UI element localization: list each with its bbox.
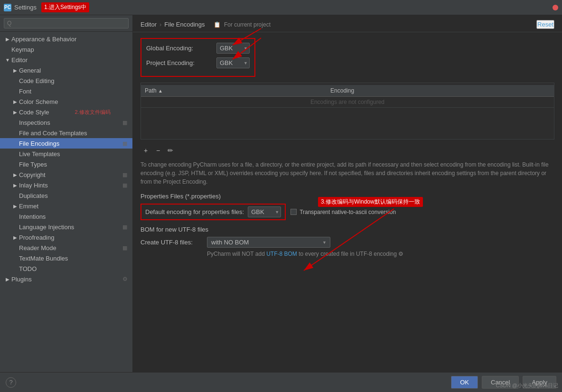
sidebar-item-code-style[interactable]: ▶ Code Style 2.修改文件编码 — [0, 107, 132, 117]
sidebar-item-duplicates[interactable]: Duplicates — [0, 190, 132, 201]
spacer-icon — [11, 87, 19, 95]
spacer-icon — [11, 244, 19, 252]
sidebar-item-live-templates[interactable]: Live Templates — [0, 149, 132, 159]
sidebar-item-intentions[interactable]: Intentions — [0, 211, 132, 222]
app-icon: PC — [4, 4, 11, 11]
sidebar-tree: ▶ Appearance & Behavior Keymap ▼ Editor … — [0, 32, 132, 372]
properties-row: Default encoding for properties files: G… — [140, 204, 554, 220]
transparent-checkbox[interactable] — [290, 209, 297, 215]
table-toolbar: + − ✏ — [140, 143, 554, 158]
sidebar-item-file-code-templates[interactable]: File and Code Templates — [0, 128, 132, 138]
chevron-right-icon: ▶ — [11, 171, 19, 178]
close-button[interactable] — [553, 5, 558, 10]
sidebar-item-color-scheme[interactable]: ▶ Color Scheme — [0, 96, 132, 107]
for-project-label: 📋 For current project — [214, 21, 271, 28]
spacer-icon — [11, 192, 19, 199]
default-encoding-select-wrapper: GBK ▼ — [248, 206, 281, 217]
sidebar-item-proofreading[interactable]: ▶ Proofreading — [0, 232, 132, 243]
chevron-right-icon: ▶ — [11, 98, 19, 105]
sidebar-item-file-types[interactable]: File Types — [0, 159, 132, 169]
main-content: ▶ Appearance & Behavior Keymap ▼ Editor … — [0, 15, 562, 372]
sidebar-item-file-encodings[interactable]: File Encodings ▦ — [0, 138, 132, 149]
window-title: Settings — [14, 4, 37, 11]
sidebar-item-font[interactable]: Font — [0, 86, 132, 96]
window-controls — [553, 5, 558, 10]
sidebar-item-language-injections[interactable]: Language Injections ▦ — [0, 222, 132, 232]
panel-header: Editor › File Encodings 📋 For current pr… — [133, 15, 562, 32]
project-encoding-select-wrapper: GBK ▼ — [216, 57, 250, 68]
default-encoding-select[interactable]: GBK — [248, 206, 281, 217]
sidebar-item-code-editing[interactable]: Code Editing — [0, 75, 132, 86]
create-utf8-label: Create UTF-8 files: — [140, 239, 202, 246]
sidebar-item-inspections[interactable]: Inspections ▦ — [0, 117, 132, 128]
spacer-icon — [11, 223, 19, 231]
sidebar-item-general[interactable]: ▶ General — [0, 65, 132, 75]
bom-note: PyCharm will NOT add UTF-8 BOM to every … — [140, 251, 554, 257]
global-encoding-select[interactable]: GBK — [216, 43, 250, 54]
spacer-icon — [11, 254, 19, 262]
properties-section-title: Properties Files (*.properties) — [140, 193, 554, 200]
sidebar-item-todo[interactable]: TODO — [0, 263, 132, 274]
breadcrumb: Editor › File Encodings 📋 For current pr… — [140, 21, 271, 28]
table-header-row: Path ▲ Encoding — [141, 85, 554, 97]
ok-button[interactable]: OK — [451, 376, 478, 389]
bom-select-wrapper: with NO BOM ▼ — [207, 237, 330, 248]
sidebar-item-reader-mode[interactable]: Reader Mode ▦ — [0, 243, 132, 253]
table-empty-row: Encodings are not configured — [141, 97, 554, 108]
sidebar-item-emmet[interactable]: ▶ Emmet — [0, 201, 132, 211]
spacer-icon — [11, 119, 19, 126]
encoding-settings-box: Global Encoding: GBK ▼ Project Encoding: — [140, 38, 255, 77]
breadcrumb-editor: Editor — [140, 21, 157, 28]
settings-window: PC Settings 1.进入Settings中 ▶ Appearance &… — [0, 0, 562, 392]
panel-body: Global Encoding: GBK ▼ Project Encoding: — [133, 32, 562, 372]
spacer-icon — [11, 77, 19, 84]
remove-button[interactable]: − — [153, 145, 163, 156]
bom-row: Create UTF-8 files: with NO BOM ▼ — [140, 237, 554, 248]
spacer-icon — [11, 150, 19, 158]
chevron-right-icon: ▶ — [11, 181, 19, 189]
project-encoding-select[interactable]: GBK — [216, 57, 250, 68]
chevron-right-icon: ▶ — [4, 35, 11, 43]
sidebar-item-appearance[interactable]: ▶ Appearance & Behavior — [0, 34, 132, 44]
settings-icon-3: ▦ — [121, 171, 129, 178]
search-input[interactable] — [4, 18, 129, 28]
chevron-right-icon: ▶ — [11, 108, 19, 116]
transparent-checkbox-label[interactable]: Transparent native-to-ascii conversion — [290, 209, 396, 215]
global-encoding-select-wrapper: GBK ▼ — [216, 43, 250, 54]
add-button[interactable]: + — [140, 145, 151, 156]
properties-section: Properties Files (*.properties) Default … — [140, 193, 554, 220]
bom-select[interactable]: with NO BOM — [207, 237, 330, 248]
watermark: CSDN @小光头的java日记 — [496, 382, 558, 389]
help-button[interactable]: ? — [6, 377, 16, 388]
chevron-right-icon: ▶ — [11, 66, 19, 74]
chevron-down-icon: ▼ — [4, 56, 11, 64]
titlebar: PC Settings 1.进入Settings中 — [0, 0, 562, 15]
spacer-icon — [4, 46, 11, 53]
default-encoding-label: Default encoding for properties files: — [145, 208, 244, 215]
default-encoding-box: Default encoding for properties files: G… — [140, 204, 286, 220]
bottom-bar: ? OK Cancel Apply — [0, 372, 562, 392]
sidebar-item-inlay-hints[interactable]: ▶ Inlay Hints ▦ — [0, 180, 132, 190]
settings-icon: ▦ — [121, 119, 129, 126]
table-empty-message: Encodings are not configured — [141, 97, 554, 108]
sidebar-item-keymap[interactable]: Keymap — [0, 44, 132, 55]
chevron-right-icon: ▶ — [11, 202, 19, 210]
utf8-bom-link[interactable]: UTF-8 BOM — [266, 251, 297, 257]
info-text: To change encoding PyCharm uses for a fi… — [140, 160, 554, 186]
edit-button[interactable]: ✏ — [165, 145, 176, 156]
settings-icon-4: ▦ — [121, 181, 129, 189]
col-path: Path ▲ — [141, 85, 327, 97]
sidebar: ▶ Appearance & Behavior Keymap ▼ Editor … — [0, 15, 133, 372]
sidebar-item-plugins[interactable]: ▶ Plugins ⚙ — [0, 274, 132, 284]
settings-icon-5: ▦ — [121, 223, 129, 231]
file-table: Path ▲ Encoding Encodings are not config… — [141, 85, 554, 108]
settings-icon-7: ⚙ — [121, 275, 129, 283]
project-encoding-row: Project Encoding: GBK ▼ — [146, 57, 250, 68]
file-table-container: Path ▲ Encoding Encodings are not config… — [140, 83, 554, 140]
sidebar-item-textmate-bundles[interactable]: TextMate Bundles — [0, 253, 132, 263]
reset-button[interactable]: Reset — [536, 20, 554, 29]
search-box — [0, 15, 132, 32]
spacer-icon — [11, 160, 19, 168]
sidebar-item-copyright[interactable]: ▶ Copyright ▦ — [0, 169, 132, 180]
sidebar-item-editor[interactable]: ▼ Editor — [0, 55, 132, 65]
